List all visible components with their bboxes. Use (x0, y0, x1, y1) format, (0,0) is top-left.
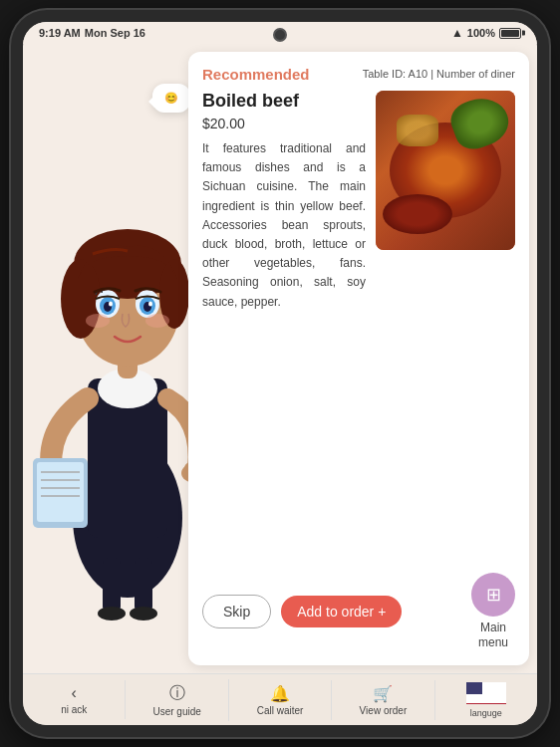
info-icon: ⓘ (169, 683, 185, 704)
svg-rect-28 (103, 558, 121, 613)
main-menu-icon: ⊞ (471, 573, 515, 617)
dish-description: It features traditional and famous dishe… (202, 139, 366, 312)
food-art-highlight (383, 194, 452, 234)
nav-language[interactable]: languge (435, 678, 537, 722)
dish-price: $20.00 (202, 116, 366, 131)
menu-grid-icon: ⊞ (486, 584, 501, 606)
nav-user-guide[interactable]: ⓘ User guide (126, 679, 228, 721)
nav-view-order[interactable]: 🛒 View order (332, 680, 434, 720)
action-buttons: Skip Add to order + (202, 595, 402, 628)
wifi-icon: ▲ (451, 26, 463, 40)
tablet-screen: 9:19 AM Mon Sep 16 ▲ 100% (23, 22, 537, 725)
svg-point-31 (130, 607, 157, 621)
bottom-navigation: ‹ ni ack ⓘ User guide 🔔 Call waiter 🛒 Vi… (23, 673, 537, 725)
svg-rect-29 (135, 558, 152, 613)
main-menu-label: Main menu (478, 621, 508, 651)
table-info: Table ID: A10 | Number of diner (363, 66, 515, 80)
recommended-label: Recommended (202, 66, 363, 83)
main-menu-button[interactable]: ⊞ Main menu (471, 573, 515, 651)
nav-call-waiter[interactable]: 🔔 Call waiter (229, 680, 332, 720)
skip-button[interactable]: Skip (202, 595, 271, 628)
battery-icon (499, 28, 521, 39)
front-camera (273, 28, 287, 42)
dish-card: Recommended Table ID: A10 | Number of di… (188, 52, 529, 665)
nav-user-guide-label: User guide (152, 706, 200, 717)
nav-view-order-label: View order (360, 705, 408, 716)
card-body: Boiled beef $20.00 It features tradition… (202, 91, 515, 561)
speech-text: 😊 (164, 92, 178, 104)
battery-percent: 100% (467, 27, 495, 39)
content-panel: Recommended Table ID: A10 | Number of di… (188, 44, 537, 673)
bell-icon: 🔔 (270, 684, 290, 703)
svg-point-24 (109, 302, 113, 307)
back-icon: ‹ (72, 684, 77, 702)
card-header: Recommended Table ID: A10 | Number of di… (202, 66, 515, 83)
date-display: Mon Sep 16 (85, 27, 145, 39)
dish-info: Boiled beef $20.00 It features tradition… (202, 91, 366, 561)
svg-point-26 (86, 314, 110, 328)
nav-back-label: ni ack (61, 704, 87, 715)
tablet-device: 9:19 AM Mon Sep 16 ▲ 100% (11, 10, 549, 737)
cart-icon: 🛒 (373, 684, 393, 703)
nav-back[interactable]: ‹ ni ack (23, 680, 126, 719)
flag-us (466, 682, 506, 704)
main-content: 😊 Recommended Table ID: A10 | Number of … (23, 44, 537, 673)
dish-name: Boiled beef (202, 91, 366, 112)
add-to-order-button[interactable]: Add to order + (281, 596, 402, 627)
svg-point-25 (148, 302, 152, 307)
time-display: 9:19 AM (39, 27, 81, 39)
food-art-accent (397, 115, 438, 146)
svg-point-30 (98, 607, 126, 621)
speech-bubble: 😊 (152, 84, 190, 113)
svg-rect-4 (37, 462, 84, 522)
food-art (376, 91, 515, 250)
dish-image (376, 91, 515, 250)
svg-point-27 (145, 314, 169, 328)
card-actions: Skip Add to order + ⊞ Main menu (202, 561, 515, 651)
nav-call-waiter-label: Call waiter (257, 705, 304, 716)
nav-language-label: languge (470, 708, 502, 718)
